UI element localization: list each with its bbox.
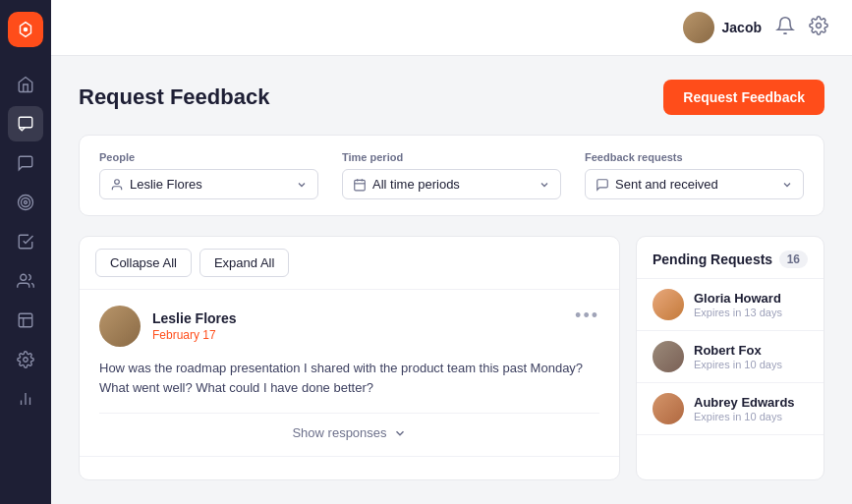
app-header: Jacob: [51, 0, 852, 56]
sidebar-item-analytics[interactable]: [8, 381, 43, 417]
feedback-item: Leslie Flores February 17 ••• How was th…: [80, 290, 619, 457]
pending-item[interactable]: Aubrey Edwards Expires in 10 days: [637, 383, 824, 435]
sidebar-item-people[interactable]: [8, 263, 43, 299]
sidebar-item-messages[interactable]: [8, 145, 43, 181]
pending-panel: Pending Requests 16 Gloria Howard Expire…: [636, 236, 824, 480]
pending-avatar-robert: [653, 341, 684, 372]
expand-all-button[interactable]: Expand All: [199, 249, 289, 277]
page-title: Request Feedback: [79, 84, 269, 110]
svg-point-7: [24, 358, 28, 363]
svg-point-3: [22, 198, 30, 207]
svg-point-0: [24, 28, 28, 32]
more-options-button[interactable]: •••: [575, 306, 599, 326]
sidebar-item-settings[interactable]: [8, 342, 43, 377]
sidebar: [0, 0, 51, 504]
feedback-name: Leslie Flores: [152, 310, 237, 326]
pending-name-0: Gloria Howard: [694, 291, 808, 306]
pending-avatar-aubrey: [653, 393, 684, 424]
feedback-filter-group: Feedback requests Sent and received: [585, 151, 804, 199]
gear-icon[interactable]: [809, 16, 828, 39]
request-feedback-button[interactable]: Request Feedback: [663, 80, 824, 115]
feedback-filter-value: Sent and received: [615, 177, 718, 192]
svg-rect-6: [19, 313, 32, 327]
people-filter-value: Leslie Flores: [130, 177, 202, 192]
people-filter-label: People: [99, 151, 318, 163]
chevron-down-icon: [296, 179, 308, 191]
user-avatar: [683, 12, 714, 43]
feedback-item-header: Leslie Flores February 17 •••: [99, 306, 599, 347]
app-logo[interactable]: [8, 12, 43, 47]
person-icon: [110, 178, 124, 192]
feedback-toolbar: Collapse All Expand All: [80, 237, 619, 290]
svg-point-12: [115, 179, 120, 184]
pending-expiry-0: Expires in 13 days: [694, 307, 808, 318]
svg-rect-13: [355, 180, 366, 191]
pending-item[interactable]: Gloria Howard Expires in 13 days: [637, 279, 824, 331]
time-filter-group: Time period All time periods: [342, 151, 561, 199]
people-filter-select[interactable]: Leslie Flores: [99, 169, 318, 199]
pending-title: Pending Requests: [653, 252, 772, 267]
filters-bar: People Leslie Flores Time period: [79, 135, 824, 216]
pending-avatar-gloria: [653, 289, 684, 320]
people-filter-group: People Leslie Flores: [99, 151, 318, 199]
feedback-filter-select[interactable]: Sent and received: [585, 169, 804, 199]
main-content: Jacob Request Feedback Request Feedback: [51, 0, 852, 504]
svg-point-4: [25, 201, 28, 204]
pending-expiry-2: Expires in 10 days: [694, 411, 808, 422]
sidebar-item-home[interactable]: [8, 67, 43, 102]
sidebar-item-feedback[interactable]: [8, 106, 43, 141]
page-content: Request Feedback Request Feedback People…: [51, 56, 852, 504]
feedback-avatar: [99, 306, 141, 347]
feedback-panel: Collapse All Expand All Leslie Flores Fe…: [79, 236, 620, 480]
pending-expiry-1: Expires in 10 days: [694, 359, 808, 370]
bottom-area: Collapse All Expand All Leslie Flores Fe…: [79, 236, 824, 480]
sidebar-item-goals[interactable]: [8, 185, 43, 220]
sidebar-item-reviews[interactable]: [8, 224, 43, 259]
notifications-icon[interactable]: [775, 16, 795, 39]
chevron-down-icon: [393, 426, 407, 440]
svg-point-2: [19, 196, 33, 210]
chevron-down-icon: [781, 179, 793, 191]
feedback-date: February 17: [152, 328, 237, 342]
chat-icon: [596, 178, 609, 192]
calendar-icon: [353, 178, 367, 192]
collapse-all-button[interactable]: Collapse All: [95, 249, 192, 277]
pending-item[interactable]: Robert Fox Expires in 10 days: [637, 331, 824, 383]
chevron-down-icon: [539, 179, 550, 191]
pending-header: Pending Requests 16: [637, 237, 824, 279]
svg-point-11: [817, 24, 822, 28]
user-profile[interactable]: Jacob: [683, 12, 762, 43]
pending-name-2: Aubrey Edwards: [694, 395, 808, 410]
time-filter-select[interactable]: All time periods: [342, 169, 561, 199]
show-responses-button[interactable]: Show responses: [99, 413, 599, 440]
time-filter-label: Time period: [342, 151, 561, 163]
svg-rect-1: [19, 117, 32, 128]
time-filter-value: All time periods: [372, 177, 460, 192]
feedback-user: Leslie Flores February 17: [99, 306, 237, 347]
svg-point-5: [21, 274, 27, 280]
pending-count: 16: [779, 251, 808, 268]
user-name: Jacob: [722, 20, 762, 35]
sidebar-item-reports[interactable]: [8, 303, 43, 338]
pending-list: Gloria Howard Expires in 13 days Robert …: [637, 279, 824, 435]
feedback-text: How was the roadmap presentation I share…: [99, 359, 599, 397]
feedback-filter-label: Feedback requests: [585, 151, 804, 163]
pending-name-1: Robert Fox: [694, 343, 808, 358]
page-header: Request Feedback Request Feedback: [79, 80, 824, 115]
header-right: Jacob: [683, 12, 828, 43]
